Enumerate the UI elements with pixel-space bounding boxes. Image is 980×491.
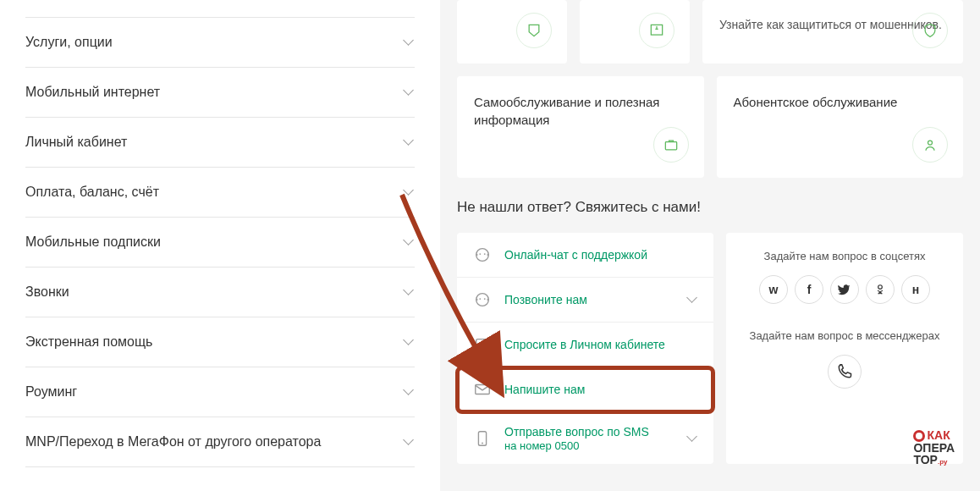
viber-icon[interactable] — [828, 355, 862, 389]
menu-roaming[interactable]: Роуминг — [25, 367, 415, 417]
menu-label: MNP/Переход в МегаФон от другого операто… — [25, 434, 321, 450]
watermark: КАК ОПЕРА ТОР.ру — [913, 429, 955, 466]
menu-payment[interactable]: Оплата, баланс, счёт — [25, 168, 415, 218]
question-icon: ? — [472, 334, 493, 355]
menu-label: Мобильные подписки — [25, 234, 161, 250]
contact-label: Напишите нам — [504, 383, 585, 396]
contact-call[interactable]: Позвоните нам — [457, 278, 713, 323]
contact-ask[interactable]: ? Спросите в Личном кабинете — [457, 323, 713, 367]
briefcase-icon — [653, 127, 689, 163]
contact-write[interactable]: Напишите нам — [457, 367, 713, 412]
contact-chat[interactable]: Онлайн-чат с поддержкой — [457, 233, 713, 278]
ok-icon[interactable] — [866, 275, 895, 304]
chevron-down-icon — [403, 336, 415, 348]
contact-label: Онлайн-чат с поддержкой — [504, 248, 647, 262]
chevron-down-icon — [403, 186, 415, 198]
svg-rect-10 — [476, 385, 490, 394]
card-self-service[interactable]: Самообслуживание и полезная информация — [457, 76, 704, 178]
menu-services[interactable]: Услуги, опции — [25, 17, 415, 68]
card-icon-2[interactable] — [580, 0, 690, 63]
svg-point-3 — [479, 253, 481, 255]
twitter-icon[interactable] — [830, 275, 859, 304]
svg-point-6 — [479, 298, 481, 300]
card-fraud[interactable]: Узнайте как защититься от мошенников. — [702, 0, 963, 63]
chevron-down-icon — [403, 136, 415, 148]
svg-point-12 — [482, 442, 483, 444]
svg-point-5 — [476, 294, 489, 306]
phone-icon — [472, 428, 493, 449]
chevron-down-icon — [403, 386, 415, 398]
svg-point-4 — [484, 253, 486, 255]
contact-sublabel: на номер 0500 — [504, 439, 649, 452]
card-title: Абонентское обслуживание — [734, 93, 947, 111]
shield-icon — [516, 13, 552, 48]
content-panel: Узнайте как защититься от мошенников. Са… — [440, 0, 980, 491]
category-menu: Услуги, опции Мобильный интернет Личный … — [0, 0, 440, 491]
contact-heading: Не нашли ответ? Свяжитесь с нами! — [457, 199, 963, 216]
watermark-ring-icon — [913, 430, 925, 442]
menu-internet[interactable]: Мобильный интернет — [25, 68, 415, 118]
contact-label: Спросите в Личном кабинете — [504, 338, 665, 351]
contact-sms[interactable]: Отправьте вопрос по SMS на номер 0500 — [457, 412, 713, 464]
chevron-down-icon — [403, 286, 415, 298]
svg-rect-0 — [665, 142, 676, 150]
contact-label: Позвоните нам — [504, 293, 587, 306]
menu-label: Экстренная помощь — [25, 334, 152, 350]
menu-emergency[interactable]: Экстренная помощь — [25, 317, 415, 367]
svg-point-2 — [476, 249, 489, 262]
chevron-down-icon — [686, 294, 698, 306]
chevron-down-icon — [403, 236, 415, 248]
shield-check-icon — [912, 13, 948, 48]
menu-mnp[interactable]: MNP/Переход в МегаФон от другого операто… — [25, 417, 415, 467]
habr-icon[interactable]: н — [901, 275, 930, 304]
headset-icon — [472, 290, 493, 310]
chevron-down-icon — [403, 436, 415, 448]
menu-label: Личный кабинет — [25, 135, 127, 150]
headset-icon — [472, 245, 493, 265]
menu-label: Мобильный интернет — [25, 85, 160, 100]
chevron-down-icon — [403, 36, 415, 48]
card-title: Самообслуживание и полезная информация — [474, 93, 687, 129]
menu-calls[interactable]: Звонки — [25, 268, 415, 317]
messenger-heading: Задайте нам вопрос в мессенджерах — [743, 329, 946, 342]
menu-label: Услуги, опции — [25, 35, 113, 50]
social-icons-row: w f н — [743, 275, 946, 304]
svg-point-13 — [878, 285, 883, 290]
menu-account[interactable]: Личный кабинет — [25, 118, 415, 168]
menu-subscriptions[interactable]: Мобильные подписки — [25, 218, 415, 268]
chevron-down-icon — [686, 433, 698, 444]
map-pin-icon — [639, 13, 674, 48]
contact-methods: Онлайн-чат с поддержкой Позвоните нам ? … — [457, 233, 713, 464]
user-icon — [912, 127, 948, 163]
vk-icon[interactable]: w — [759, 275, 788, 304]
social-heading: Задайте нам вопрос в соцсетях — [743, 250, 946, 262]
facebook-icon[interactable]: f — [795, 275, 823, 304]
chevron-down-icon — [403, 86, 415, 98]
menu-label: Оплата, баланс, счёт — [25, 185, 159, 200]
menu-label: Звонки — [25, 284, 69, 300]
card-icon-1[interactable] — [457, 0, 567, 63]
svg-text:?: ? — [480, 339, 484, 348]
menu-label: Роуминг — [25, 384, 77, 400]
svg-point-7 — [484, 298, 486, 300]
svg-point-1 — [928, 141, 933, 145]
card-subscriber[interactable]: Абонентское обслуживание — [717, 76, 964, 178]
mail-icon — [472, 379, 493, 400]
contact-label: Отправьте вопрос по SMS — [504, 425, 649, 439]
